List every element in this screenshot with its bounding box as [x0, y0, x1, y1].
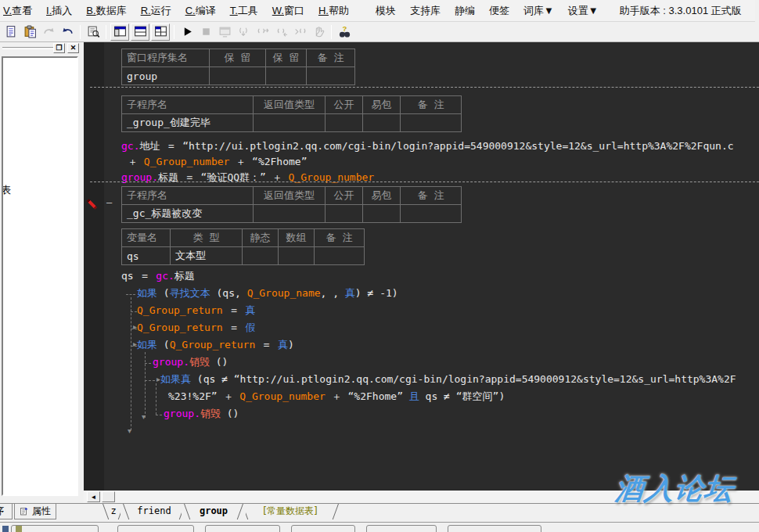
code-editor[interactable]: — 窗口程序集名保 留保 留备 注group子程序名返回值类型公开易包备 注_g… [84, 42, 759, 491]
view-source-button[interactable] [84, 23, 103, 41]
workspace-tab-friend[interactable]: friend [121, 504, 188, 519]
paste-clipboard-button[interactable] [20, 23, 39, 41]
table-header: 公开 [326, 96, 363, 114]
clipped-window-tab [448, 525, 541, 532]
table-cell[interactable]: group [122, 67, 210, 85]
code-token: Q_Group_number [144, 156, 230, 167]
table-header: 公开 [326, 187, 363, 205]
code-token: ＝ [255, 339, 278, 350]
table-cell[interactable] [266, 67, 307, 85]
menu-item-H帮助[interactable]: H.帮助 [311, 1, 356, 21]
toolbar-separator [80, 25, 81, 39]
table-cell[interactable] [401, 114, 462, 132]
definition-table: 子程序名返回值类型公开易包备 注_gc_标题被改变 [121, 186, 462, 223]
window-layout-top-icon [134, 25, 147, 38]
panel-close-button[interactable]: ✕ [67, 43, 79, 53]
table-cell[interactable] [210, 67, 266, 85]
window-layout-top-button[interactable] [131, 23, 149, 41]
window-layout-grid-button[interactable] [151, 23, 170, 41]
code-line[interactable]: 如果真 (qs ≠ “http://ui.ptlogin2.qq.com/cgi… [160, 372, 736, 386]
table-cell[interactable] [315, 247, 365, 265]
code-line[interactable]: gc.地址 ＝ “http://ui.ptlogin2.qq.com/cgi-b… [121, 139, 734, 153]
menu-item-词库[interactable]: 词库▼ [516, 1, 561, 21]
code-line[interactable]: %23!%2F” ＋ Q_Group_number ＋ “%2Fhome” 且 … [168, 390, 505, 404]
panel-tab-program[interactable]: 序 [0, 504, 13, 519]
scroll-left-button[interactable]: ◄ [87, 491, 100, 502]
table-cell[interactable] [363, 205, 401, 223]
svg-text:?: ? [342, 25, 347, 33]
clipped-window-tab [291, 525, 355, 532]
find-binoculars-button[interactable]: ? [335, 23, 354, 41]
menu-item-设置[interactable]: 设置▼ [561, 1, 606, 21]
table-cell[interactable] [254, 205, 326, 223]
panel-tab-properties[interactable]: 属性 [14, 504, 56, 519]
fold-collapse-marker[interactable]: — [106, 197, 112, 208]
code-line[interactable]: ＋ Q_Group_number ＋ “%2Fhome” [128, 155, 308, 169]
menu-item-B数据库[interactable]: B.数据库 [79, 1, 133, 21]
panel-grip[interactable] [2, 47, 54, 49]
workspace-tab-常量数据表[interactable]: [常量数据表] [239, 504, 341, 519]
code-line[interactable]: Q_Group_return ＝ 真 [137, 304, 255, 318]
code-line[interactable]: 如果 (Q_Group_return ＝ 真) [137, 338, 294, 352]
step-out-icon [275, 25, 288, 38]
table-cell[interactable] [363, 114, 401, 132]
scrollbar-thumb[interactable] [102, 491, 115, 502]
forum-watermark: 酒入论坛 [613, 469, 759, 509]
table-cell[interactable]: _gc_标题被改变 [122, 205, 254, 223]
panel-maximize-button[interactable]: ❐ [53, 43, 65, 53]
code-line[interactable]: group.销毁 () [153, 355, 228, 369]
code-line[interactable]: group.销毁 () [164, 407, 239, 421]
table-cell[interactable]: _group_创建完毕 [122, 114, 254, 132]
menu-item-T工具[interactable]: T.工具 [223, 1, 265, 21]
indent-guide [156, 415, 162, 415]
menu-item-V查看[interactable]: V.查看 [0, 1, 39, 21]
menu-item-C编译[interactable]: C.编译 [178, 1, 223, 21]
menu-item-模块[interactable]: 模块 [369, 1, 403, 21]
flow-arrow-icon: ▸ [156, 376, 160, 383]
flow-arrow-icon: ▸ [133, 323, 137, 331]
menu-item-W窗口[interactable]: W.窗口 [265, 1, 311, 21]
table-cell[interactable] [254, 114, 326, 132]
table-cell[interactable] [326, 114, 363, 132]
indent-guide [156, 383, 156, 415]
assistant-version-text: 助手版本 : 3.3.0101 正式版 [620, 4, 742, 18]
table-cell[interactable] [326, 205, 363, 223]
find-binoculars-icon: ? [338, 25, 351, 38]
table-header: 类 型 [171, 229, 243, 247]
table-header: 保 留 [210, 49, 266, 67]
table-header: 备 注 [307, 49, 355, 67]
menu-item-I插入[interactable]: I.插入 [39, 1, 79, 21]
menu-item-支持库[interactable]: 支持库 [403, 1, 448, 21]
table-cell[interactable]: 文本型 [171, 247, 243, 265]
code-line[interactable]: 如果 (寻找文本 (qs, Q_Group_name, , 真) ≠ -1) [137, 286, 398, 300]
code-token: 真 [245, 304, 255, 316]
window-layout-left-button[interactable] [110, 23, 129, 41]
table-cell[interactable] [401, 205, 462, 223]
table-cell[interactable] [243, 247, 279, 265]
undo-button[interactable] [58, 23, 77, 41]
menu-item-R运行[interactable]: R.运行 [134, 1, 178, 21]
code-token: () [210, 356, 228, 368]
editor-selection-margin[interactable] [84, 42, 104, 491]
code-token: ＝ [223, 304, 246, 316]
table-header: 保 留 [266, 49, 307, 67]
table-cell[interactable]: qs [122, 247, 171, 265]
project-tree[interactable]: 表 [2, 56, 78, 496]
redo-button [39, 23, 58, 41]
step-into-button [234, 23, 253, 41]
new-doc-button[interactable] [2, 23, 20, 41]
run-button[interactable] [178, 23, 196, 41]
ide-window: V.查看I.插入B.数据库R.运行C.编译T.工具W.窗口H.帮助模块支持库静编… [0, 0, 759, 532]
code-token: 假 [245, 322, 255, 333]
code-token: 且 [409, 390, 419, 402]
code-line[interactable]: qs ＝ gc.标题 [121, 269, 195, 283]
table-cell[interactable] [279, 247, 315, 265]
workspace-tab-group[interactable]: group [182, 504, 246, 519]
code-token: 标题 [174, 270, 195, 282]
table-cell[interactable] [307, 67, 355, 85]
menu-item-便签[interactable]: 便签 [482, 1, 516, 21]
code-line[interactable]: Q_Group_return ＝ 假 [137, 321, 255, 335]
code-line[interactable]: group.标题 ＝ “验证QQ群：” ＋ Q_Group_number [121, 171, 374, 185]
code-token: gc. [121, 140, 139, 152]
menu-item-静编[interactable]: 静编 [448, 1, 482, 21]
